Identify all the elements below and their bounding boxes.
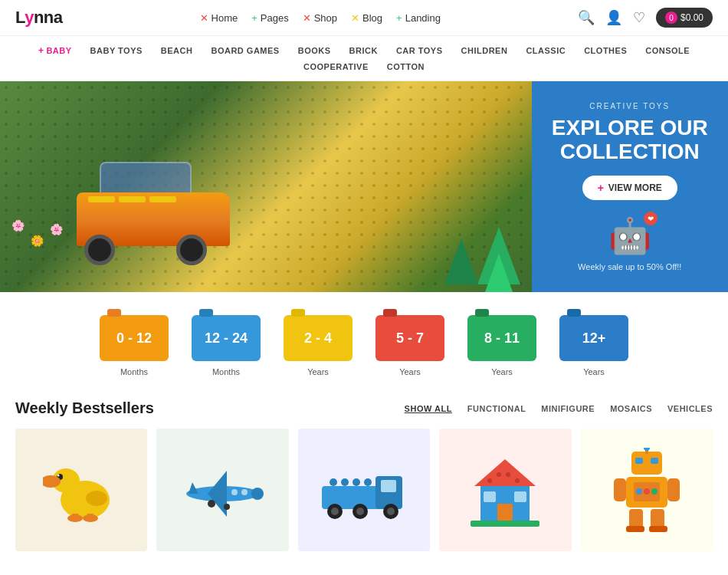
cat-clothes[interactable]: CLOTHES	[575, 43, 636, 58]
svg-point-39	[497, 472, 501, 477]
hero-cta-button[interactable]: + VIEW MORE	[582, 176, 677, 200]
age-item-5-7[interactable]: 5 - 7 Years	[375, 315, 444, 376]
search-icon[interactable]: 🔍	[578, 9, 595, 26]
cat-plus-icon: +	[38, 45, 44, 56]
age-section: 0 - 12 Months 12 - 24 Months 2 - 4 Years…	[0, 292, 728, 392]
filter-mosaics[interactable]: MOSAICS	[610, 404, 652, 413]
filter-functional[interactable]: FUNCTIONAL	[467, 404, 526, 413]
svg-marker-33	[474, 459, 536, 486]
cat-cooperative[interactable]: COOPERATIVE	[294, 59, 378, 74]
svg-point-1	[86, 491, 107, 506]
flower-3: 🌸	[50, 223, 63, 235]
nav-landing[interactable]: + Landing	[396, 12, 441, 24]
svg-point-40	[506, 472, 510, 477]
cat-classic[interactable]: CLASSIC	[516, 43, 575, 58]
svg-point-23	[330, 478, 337, 486]
home-dot: ✕	[200, 12, 208, 24]
svg-marker-15	[189, 482, 198, 494]
svg-point-38	[487, 478, 492, 483]
airplane-svg	[177, 459, 269, 521]
svg-marker-13	[208, 471, 227, 494]
svg-rect-42	[471, 521, 539, 527]
cat-brick[interactable]: BRICK	[340, 43, 387, 58]
cat-beach[interactable]: BEACH	[152, 43, 202, 58]
svg-rect-54	[667, 478, 680, 501]
car-top	[100, 162, 192, 196]
cat-cotton[interactable]: COTTON	[378, 59, 434, 74]
svg-rect-36	[484, 491, 496, 502]
hero-cta-label: VIEW MORE	[608, 182, 662, 193]
nav-blog[interactable]: ✕ Blog	[351, 12, 382, 24]
section-filters: SHOW ALL FUNCTIONAL MINIFIGURE MOSAICS V…	[405, 404, 713, 413]
cat-baby-toys[interactable]: BABY TOYS	[81, 43, 152, 58]
hero-title: EXPLORE OUR COLLECTION	[547, 117, 713, 164]
age-label-12plus: Years	[583, 367, 605, 376]
svg-rect-46	[635, 458, 643, 464]
age-block-12-24: 12 - 24	[192, 315, 261, 361]
product-card-truck[interactable]	[298, 429, 430, 551]
product-card-airplane[interactable]	[156, 429, 288, 551]
filter-show-all[interactable]: SHOW ALL	[405, 404, 452, 413]
age-block-0-12: 0 - 12	[100, 315, 169, 361]
robot-svg	[612, 448, 681, 532]
svg-rect-58	[649, 526, 667, 532]
hero-subtitle: CREATIVE TOYS	[589, 102, 670, 110]
logo[interactable]: Lynna	[15, 8, 63, 28]
cat-children[interactable]: CHILDREN	[452, 43, 517, 58]
blog-dot: ✕	[351, 12, 359, 24]
cat-console[interactable]: CONSOLE	[636, 43, 699, 58]
product-grid	[0, 429, 728, 551]
svg-point-18	[208, 500, 215, 508]
product-card-duck[interactable]	[15, 429, 147, 551]
landing-dot: +	[396, 12, 402, 24]
cart-badge: 0	[665, 12, 677, 24]
nav-home[interactable]: ✕ Home	[200, 12, 238, 24]
tree-1	[477, 227, 520, 284]
svg-rect-10	[87, 514, 93, 520]
age-item-2-4[interactable]: 2 - 4 Years	[284, 315, 353, 376]
age-label-8-11: Years	[491, 367, 513, 376]
wishlist-icon[interactable]: ♡	[633, 9, 645, 26]
age-block-12plus: 12+	[559, 315, 628, 361]
user-icon[interactable]: 👤	[605, 9, 622, 26]
car-wheel-back	[176, 235, 207, 265]
bestsellers-section: Weekly Bestsellers SHOW ALL FUNCTIONAL M…	[0, 392, 728, 551]
product-card-robot[interactable]	[581, 429, 713, 551]
svg-point-16	[231, 489, 238, 495]
mascot-heart-icon: ❤	[644, 212, 657, 225]
nav-shop[interactable]: ✕ Shop	[303, 12, 337, 24]
cart-button[interactable]: 0 $0.00	[656, 8, 713, 28]
age-block-5-7: 5 - 7	[375, 315, 444, 361]
svg-point-50	[636, 488, 642, 495]
hero-image: 🌸 🌼 🌸	[0, 81, 532, 292]
cat-car-toys[interactable]: CAR TOYS	[387, 43, 452, 58]
age-item-8-11[interactable]: 8 - 11 Years	[467, 315, 536, 376]
svg-point-25	[353, 478, 360, 486]
svg-point-24	[341, 478, 349, 486]
flower-2: 🌼	[31, 235, 44, 247]
cart-total: $0.00	[680, 12, 703, 23]
pages-dot: +	[251, 12, 257, 24]
duck-svg	[43, 454, 120, 527]
age-item-0-12[interactable]: 0 - 12 Months	[100, 315, 169, 376]
svg-point-52	[651, 488, 657, 495]
svg-rect-53	[614, 478, 626, 501]
svg-point-5	[57, 474, 60, 476]
shop-dot: ✕	[303, 12, 311, 24]
filter-vehicles[interactable]: VEHICLES	[667, 404, 713, 413]
cat-board-games[interactable]: BOARD GAMES	[202, 43, 288, 58]
product-card-house[interactable]	[439, 429, 571, 551]
svg-point-17	[241, 489, 248, 495]
age-item-12-24[interactable]: 12 - 24 Months	[192, 315, 261, 376]
truck-svg	[318, 459, 410, 521]
filter-minifigure[interactable]: MINIFIGURE	[541, 404, 595, 413]
cat-baby[interactable]: + BABY	[29, 42, 81, 59]
age-label-2-4: Years	[307, 367, 329, 376]
lego-car	[61, 177, 253, 269]
nav-pages[interactable]: + Pages	[251, 12, 288, 24]
hero-sale-text: Weekly sale up to 50% Off!!	[578, 262, 681, 271]
hero-panel: CREATIVE TOYS EXPLORE OUR COLLECTION + V…	[532, 81, 729, 292]
hero-mascot: 🤖 ❤	[608, 215, 651, 256]
age-item-12plus[interactable]: 12+ Years	[559, 315, 628, 376]
cat-books[interactable]: BOOKS	[289, 43, 340, 58]
